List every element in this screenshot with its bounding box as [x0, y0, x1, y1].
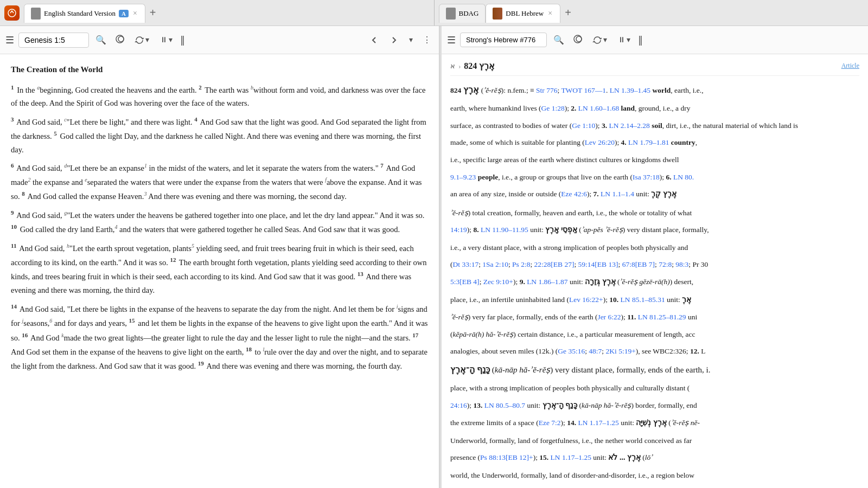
add-tab-right-button[interactable]: +	[560, 7, 576, 19]
right-menu-icon[interactable]: ☰	[447, 34, 456, 46]
lex-twot-link[interactable]: TWOT 167—1	[561, 86, 606, 94]
svg-point-4	[576, 36, 582, 42]
lex-ln-link-7[interactable]: LN 1.1–1.4	[601, 190, 634, 198]
lex-ref-ge128[interactable]: Ge 1:28	[541, 104, 565, 112]
lex-ln-link-2[interactable]: LN 1.60–1.68	[578, 104, 619, 112]
lex-ref-72-8[interactable]: 72:8	[659, 260, 672, 268]
lexicon-reference-input[interactable]	[460, 33, 547, 47]
lex-ref-isa3718[interactable]: Isa 37:18	[633, 173, 660, 181]
lex-ln-link-10[interactable]: LN 85.1–85.31	[621, 296, 665, 304]
verse-num-2: 2	[199, 84, 202, 91]
scripture-text-v9: 9 And God said, g"Let the waters under t…	[11, 208, 428, 236]
lex-def-4: i.e., specific large areas of the earth …	[450, 153, 859, 166]
pause-btn-left[interactable]: ⏸ ▾	[157, 33, 176, 47]
tab-bdag[interactable]: BDAG	[439, 4, 486, 23]
lex-ln-link-13[interactable]: LN 80.5–80.7	[484, 401, 525, 409]
sync-btn-right[interactable]: ▾	[589, 33, 610, 47]
lex-entry-num: 824	[450, 86, 461, 94]
parallel-icon-left[interactable]	[113, 32, 127, 48]
lex-ref-5-3[interactable]: 5:3[EB 4]	[450, 278, 480, 286]
lex-def-14: (kĕpā-rā(h) hă-ʾĕ-rěṣ) certain distance,…	[450, 328, 859, 341]
lex-ref-dt3317[interactable]: Dt 33:17	[453, 260, 479, 268]
lex-ref-eze426[interactable]: Eze 42:6	[561, 190, 587, 198]
lex-ln-link-15[interactable]: LN 1.17–1.25	[551, 453, 591, 461]
lex-ln-link-6[interactable]: LN 80.	[673, 173, 694, 181]
scripture-text-v3: 3 And God said, c"Let there be light," a…	[11, 114, 428, 157]
lex-ln-link-5a[interactable]: 9.1–9.23	[450, 173, 476, 181]
lex-ref-lev1622[interactable]: Lev 16:22+	[569, 296, 603, 304]
tab-esv-close[interactable]: ×	[132, 9, 138, 18]
tab-dbl-hebrew[interactable]: DBL Hebrew ×	[486, 4, 560, 23]
scripture-content[interactable]: The Creation of the World 1 In the abegi…	[0, 54, 439, 488]
lex-ref-14-19[interactable]: 14:19	[450, 226, 467, 234]
tab-esv[interactable]: English Standard Version A ×	[24, 4, 145, 23]
more-icon-left[interactable]: ⋮	[420, 33, 433, 47]
lex-strongs-link[interactable]: Str 776	[536, 86, 557, 94]
lex-def-19: the extreme limits of a space (Eze 7:2);…	[450, 416, 859, 430]
lex-ref-1sa210[interactable]: 1Sa 2:10	[482, 260, 508, 268]
lex-ref-eze72[interactable]: Eze 7:2	[539, 419, 561, 427]
sync-btn-left[interactable]: ▾	[131, 33, 152, 47]
lex-ref-ge3516[interactable]: Ge 35:16	[558, 347, 585, 355]
nav-dropdown-btn[interactable]: ▾	[406, 33, 416, 47]
scripture-text-v6: 6 And God said, d"Let there be an expans…	[11, 160, 428, 203]
lex-def-20: Underworld, formally, land of forgetfuln…	[450, 434, 859, 447]
lex-ref-zec910[interactable]: Zec 9:10+	[483, 278, 513, 286]
book-icon-dbl	[493, 8, 502, 20]
lex-def-17: place, with a strong implication of peop…	[450, 382, 859, 395]
lex-def-3: made, some of which is suitable for plan…	[450, 136, 859, 149]
article-link[interactable]: Article	[841, 62, 859, 70]
lex-def-22: world, the Underworld, formally, land of…	[450, 469, 859, 482]
breadcrumb-root[interactable]: א	[450, 62, 455, 70]
breadcrumb-chevron: ›	[458, 62, 461, 70]
lex-ref-24-16[interactable]: 24:16	[450, 401, 467, 409]
scripture-text-v11: 11 And God said, h"Let the earth sprout …	[11, 241, 428, 297]
lexicon-content[interactable]: א › אֶרֶץ 824 Article 824 אֶרֶץ (ʾě-rěṣ)…	[442, 54, 868, 488]
lex-ref-jer622[interactable]: Jer 6:22	[597, 313, 621, 321]
search-icon-right[interactable]: 🔍	[551, 33, 566, 47]
lex-ln-link-14[interactable]: LN 1.17–1.25	[578, 419, 618, 427]
lex-ref-ge110[interactable]: Ge 1:10	[572, 121, 595, 130]
pause-btn-right[interactable]: ⏸ ▾	[615, 33, 634, 47]
nav-forward-btn[interactable]	[386, 33, 401, 48]
lex-ln-link-1[interactable]: LN 1.39–1.45	[610, 86, 650, 94]
left-toolbar: ☰ 🔍 ▾ ⏸ ▾ ‖	[0, 26, 439, 54]
lex-ref-48-7[interactable]: 48:7	[589, 347, 602, 355]
scripture-text-v14: 14 And God said, "Let there be lights in…	[11, 301, 428, 373]
lex-ref-67-8[interactable]: 67:8[EB 7]	[622, 260, 655, 268]
lex-def-16: כָּנַף הָ־אֶרֶץ (kā-nāp hă-ʾĕ-rěṣ) very …	[450, 362, 859, 377]
tab-esv-annotation: A	[119, 10, 129, 17]
tab-dbl-close[interactable]: ×	[547, 9, 553, 18]
add-tab-left-button[interactable]: +	[145, 7, 161, 19]
nav-back-btn[interactable]	[367, 33, 382, 48]
verse-num-1: 1	[11, 84, 14, 91]
lex-ln-link-9[interactable]: LN 1.86–1.87	[527, 278, 567, 286]
tab-esv-label: English Standard Version	[44, 9, 116, 18]
lex-ref-lev2620[interactable]: Lev 26:20	[585, 138, 615, 146]
lex-ln-link-3[interactable]: LN 2.14–2.28	[609, 121, 649, 130]
nav-dropdown-chevron: ▾	[409, 35, 413, 44]
search-icon-left[interactable]: 🔍	[93, 33, 108, 47]
lex-ln-link-11[interactable]: LN 81.25–81.29	[638, 313, 686, 321]
tab-bar-left: English Standard Version A × +	[4, 0, 435, 25]
lex-ref-ps8813[interactable]: Ps 88:13[EB 12]+	[480, 453, 533, 461]
lex-ref-2ki519[interactable]: 2Ki 5:19+	[606, 347, 636, 355]
lex-def-1: earth, where humankind lives (Ge 1:28); …	[450, 102, 859, 115]
lex-ref-59-14[interactable]: 59:14[EB 13]	[578, 260, 618, 268]
lex-ref-22-28[interactable]: 22:28[EB 27]	[534, 260, 575, 268]
scripture-text: 1 In the abeginning, God created the hea…	[11, 82, 428, 110]
lex-ref-ps28[interactable]: Ps 2:8	[512, 260, 530, 268]
lex-def-2: surface, as contrasted to bodies of wate…	[450, 119, 859, 132]
lex-ln-link-4[interactable]: LN 1.79–1.81	[628, 138, 669, 146]
lex-def-13: ʾĕ-rěṣ) very far place, formally, ends o…	[450, 311, 859, 324]
double-pipe-right[interactable]: ‖	[638, 34, 643, 46]
lex-ln-link-8[interactable]: LN 11.90–11.95	[481, 226, 528, 234]
parallel-icon-right[interactable]	[571, 32, 585, 48]
reference-input[interactable]	[18, 33, 89, 48]
lex-pos: n.fem.; ≡	[507, 86, 536, 94]
double-pipe-left[interactable]: ‖	[180, 34, 185, 46]
lex-def-21: presence (Ps 88:13[EB 12]+); 15. LN 1.17…	[450, 451, 859, 465]
left-menu-icon[interactable]: ☰	[5, 34, 14, 46]
lex-ref-98-3[interactable]: 98:3	[675, 260, 688, 268]
right-toolbar: ☰ 🔍 ▾ ⏸ ▾ ‖	[442, 26, 868, 54]
